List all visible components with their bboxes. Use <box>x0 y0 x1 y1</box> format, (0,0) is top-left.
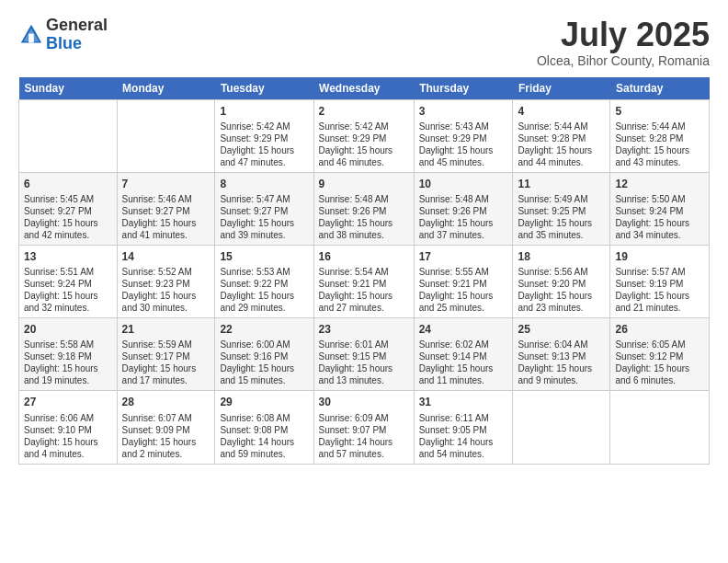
day-info: Sunrise: 6:04 AM Sunset: 9:13 PM Dayligh… <box>518 339 605 386</box>
calendar-page: General Blue July 2025 Olcea, Bihor Coun… <box>0 0 728 563</box>
calendar-day-cell: 31Sunrise: 6:11 AM Sunset: 9:05 PM Dayli… <box>414 391 513 464</box>
day-number: 19 <box>615 249 704 264</box>
day-info: Sunrise: 5:42 AM Sunset: 9:29 PM Dayligh… <box>319 121 409 168</box>
day-number: 22 <box>220 322 308 337</box>
day-info: Sunrise: 5:44 AM Sunset: 9:28 PM Dayligh… <box>615 121 704 168</box>
title-section: July 2025 Olcea, Bihor County, Romania <box>537 17 710 68</box>
day-info: Sunrise: 5:45 AM Sunset: 9:27 PM Dayligh… <box>24 193 112 241</box>
day-number: 25 <box>518 322 605 337</box>
calendar-day-cell: 12Sunrise: 5:50 AM Sunset: 9:24 PM Dayli… <box>610 172 710 245</box>
calendar-day-cell: 21Sunrise: 5:59 AM Sunset: 9:17 PM Dayli… <box>117 318 215 391</box>
day-number: 28 <box>122 395 210 409</box>
day-number: 7 <box>122 177 210 191</box>
day-info: Sunrise: 5:57 AM Sunset: 9:19 PM Dayligh… <box>615 266 704 314</box>
calendar-day-cell: 8Sunrise: 5:47 AM Sunset: 9:27 PM Daylig… <box>215 172 313 245</box>
calendar-day-cell <box>19 99 118 172</box>
day-info: Sunrise: 5:42 AM Sunset: 9:29 PM Dayligh… <box>220 121 308 168</box>
calendar-day-cell <box>513 391 610 464</box>
day-number: 12 <box>615 177 704 191</box>
day-number: 27 <box>24 395 112 409</box>
day-number: 4 <box>518 104 605 119</box>
header: General Blue July 2025 Olcea, Bihor Coun… <box>18 17 710 68</box>
day-number: 26 <box>615 322 704 337</box>
calendar-day-cell: 26Sunrise: 6:05 AM Sunset: 9:12 PM Dayli… <box>610 318 710 391</box>
day-number: 23 <box>319 322 409 337</box>
day-info: Sunrise: 6:08 AM Sunset: 9:08 PM Dayligh… <box>220 412 308 460</box>
calendar-day-header: Saturday <box>610 77 710 100</box>
calendar-day-cell: 17Sunrise: 5:55 AM Sunset: 9:21 PM Dayli… <box>414 245 513 317</box>
location: Olcea, Bihor County, Romania <box>537 53 710 68</box>
month-title: July 2025 <box>537 17 710 53</box>
calendar-day-header: Tuesday <box>215 77 313 100</box>
svg-rect-2 <box>28 33 34 42</box>
calendar-day-cell: 29Sunrise: 6:08 AM Sunset: 9:08 PM Dayli… <box>215 391 313 464</box>
day-number: 15 <box>220 249 308 264</box>
day-info: Sunrise: 5:58 AM Sunset: 9:18 PM Dayligh… <box>24 339 112 386</box>
calendar-week-row: 6Sunrise: 5:45 AM Sunset: 9:27 PM Daylig… <box>19 172 710 245</box>
day-info: Sunrise: 5:46 AM Sunset: 9:27 PM Dayligh… <box>122 193 210 241</box>
day-info: Sunrise: 5:49 AM Sunset: 9:25 PM Dayligh… <box>518 193 605 241</box>
day-info: Sunrise: 6:00 AM Sunset: 9:16 PM Dayligh… <box>220 339 308 386</box>
calendar-day-cell: 20Sunrise: 5:58 AM Sunset: 9:18 PM Dayli… <box>19 318 118 391</box>
day-info: Sunrise: 5:56 AM Sunset: 9:20 PM Dayligh… <box>518 266 605 314</box>
day-number: 10 <box>419 177 508 191</box>
day-number: 18 <box>518 249 605 264</box>
day-info: Sunrise: 5:52 AM Sunset: 9:23 PM Dayligh… <box>122 266 210 314</box>
logo: General Blue <box>18 17 108 53</box>
day-info: Sunrise: 6:01 AM Sunset: 9:15 PM Dayligh… <box>319 339 409 386</box>
day-number: 11 <box>518 177 605 191</box>
calendar-day-header: Sunday <box>19 77 118 100</box>
day-number: 17 <box>419 249 508 264</box>
calendar-day-cell: 13Sunrise: 5:51 AM Sunset: 9:24 PM Dayli… <box>19 245 118 317</box>
calendar-day-cell: 23Sunrise: 6:01 AM Sunset: 9:15 PM Dayli… <box>313 318 414 391</box>
day-number: 30 <box>319 395 409 409</box>
calendar-day-cell: 6Sunrise: 5:45 AM Sunset: 9:27 PM Daylig… <box>19 172 118 245</box>
day-number: 16 <box>319 249 409 264</box>
calendar-day-cell: 25Sunrise: 6:04 AM Sunset: 9:13 PM Dayli… <box>513 318 610 391</box>
calendar-day-header: Thursday <box>414 77 513 100</box>
day-info: Sunrise: 5:47 AM Sunset: 9:27 PM Dayligh… <box>220 193 308 241</box>
day-info: Sunrise: 5:48 AM Sunset: 9:26 PM Dayligh… <box>319 193 409 241</box>
day-info: Sunrise: 6:02 AM Sunset: 9:14 PM Dayligh… <box>419 339 508 386</box>
calendar-day-cell <box>610 391 710 464</box>
logo-general-text: General <box>46 16 108 34</box>
day-number: 2 <box>319 104 409 119</box>
day-info: Sunrise: 5:53 AM Sunset: 9:22 PM Dayligh… <box>220 266 308 314</box>
day-info: Sunrise: 6:05 AM Sunset: 9:12 PM Dayligh… <box>615 339 704 386</box>
calendar-week-row: 20Sunrise: 5:58 AM Sunset: 9:18 PM Dayli… <box>19 318 710 391</box>
day-number: 31 <box>419 395 508 409</box>
day-number: 20 <box>24 322 112 337</box>
calendar-day-cell: 27Sunrise: 6:06 AM Sunset: 9:10 PM Dayli… <box>19 391 118 464</box>
day-number: 5 <box>615 104 704 119</box>
calendar-day-cell: 28Sunrise: 6:07 AM Sunset: 9:09 PM Dayli… <box>117 391 215 464</box>
calendar-day-header: Monday <box>117 77 215 100</box>
calendar-header-row: SundayMondayTuesdayWednesdayThursdayFrid… <box>19 77 710 100</box>
day-number: 8 <box>220 177 308 191</box>
day-info: Sunrise: 5:55 AM Sunset: 9:21 PM Dayligh… <box>419 266 508 314</box>
logo-blue-text: Blue <box>46 34 82 52</box>
calendar-day-cell: 5Sunrise: 5:44 AM Sunset: 9:28 PM Daylig… <box>610 99 710 172</box>
day-number: 21 <box>122 322 210 337</box>
day-number: 13 <box>24 249 112 264</box>
calendar-week-row: 13Sunrise: 5:51 AM Sunset: 9:24 PM Dayli… <box>19 245 710 317</box>
day-info: Sunrise: 6:06 AM Sunset: 9:10 PM Dayligh… <box>24 412 112 460</box>
calendar-day-cell: 15Sunrise: 5:53 AM Sunset: 9:22 PM Dayli… <box>215 245 313 317</box>
day-info: Sunrise: 6:07 AM Sunset: 9:09 PM Dayligh… <box>122 412 210 460</box>
day-info: Sunrise: 6:09 AM Sunset: 9:07 PM Dayligh… <box>319 412 409 460</box>
calendar-day-cell: 19Sunrise: 5:57 AM Sunset: 9:19 PM Dayli… <box>610 245 710 317</box>
calendar-week-row: 27Sunrise: 6:06 AM Sunset: 9:10 PM Dayli… <box>19 391 710 464</box>
calendar-day-cell: 3Sunrise: 5:43 AM Sunset: 9:29 PM Daylig… <box>414 99 513 172</box>
calendar-day-cell: 4Sunrise: 5:44 AM Sunset: 9:28 PM Daylig… <box>513 99 610 172</box>
calendar-day-cell <box>117 99 215 172</box>
day-info: Sunrise: 5:44 AM Sunset: 9:28 PM Dayligh… <box>518 121 605 168</box>
calendar-day-cell: 14Sunrise: 5:52 AM Sunset: 9:23 PM Dayli… <box>117 245 215 317</box>
calendar-day-cell: 9Sunrise: 5:48 AM Sunset: 9:26 PM Daylig… <box>313 172 414 245</box>
day-number: 14 <box>122 249 210 264</box>
calendar-day-cell: 10Sunrise: 5:48 AM Sunset: 9:26 PM Dayli… <box>414 172 513 245</box>
day-info: Sunrise: 5:43 AM Sunset: 9:29 PM Dayligh… <box>419 121 508 168</box>
day-number: 1 <box>220 104 308 119</box>
calendar-day-cell: 11Sunrise: 5:49 AM Sunset: 9:25 PM Dayli… <box>513 172 610 245</box>
day-info: Sunrise: 5:50 AM Sunset: 9:24 PM Dayligh… <box>615 193 704 241</box>
calendar-day-cell: 24Sunrise: 6:02 AM Sunset: 9:14 PM Dayli… <box>414 318 513 391</box>
day-info: Sunrise: 6:11 AM Sunset: 9:05 PM Dayligh… <box>419 412 508 460</box>
